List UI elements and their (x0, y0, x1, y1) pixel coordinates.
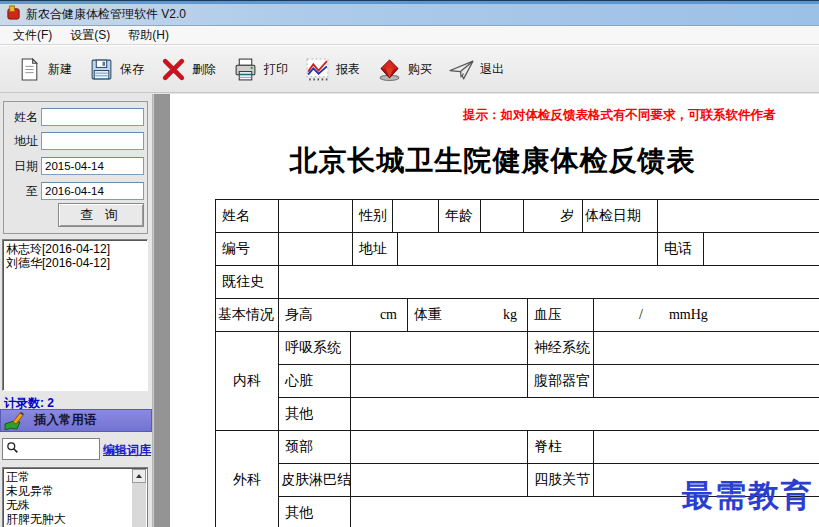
query-panel: 姓名 地址 日期 至 查 询 (3, 101, 148, 234)
name-input[interactable] (41, 108, 144, 126)
field-phone-label: 电话 (658, 233, 704, 266)
field-age-value[interactable] (481, 200, 524, 233)
field-limbs-label: 四肢关节 (528, 464, 594, 497)
new-button-label: 新建 (48, 61, 72, 78)
date-from-row: 日期 (8, 157, 144, 175)
patient-list-item[interactable]: 刘德华[2016-04-12] (6, 256, 144, 270)
phrase-list-scrollbar[interactable] (132, 469, 146, 527)
insert-phrase-label: 插入常用语 (34, 412, 97, 429)
field-surgical-other-label: 其他 (279, 497, 351, 527)
field-phone-value[interactable] (704, 233, 819, 266)
phrase-search-box[interactable] (2, 438, 100, 460)
phrase-search-input[interactable] (22, 442, 94, 456)
date-to-input[interactable] (41, 182, 144, 200)
field-age-label: 年龄 (439, 200, 481, 233)
date-label: 日期 (8, 158, 38, 175)
save-floppy-icon (88, 56, 115, 83)
table-row: 颈部 脊柱 (279, 431, 819, 464)
report-preview: 提示：如对体检反馈表格式有不同要求，可联系软件作者 北京长城卫生院健康体检反馈表… (170, 94, 819, 527)
buy-button[interactable]: 购买 (368, 51, 440, 88)
menu-settings[interactable]: 设置(S) (61, 25, 119, 46)
field-history-value[interactable] (279, 266, 819, 299)
report-button-label: 报表 (336, 61, 360, 78)
field-spine-label: 脊柱 (528, 431, 594, 464)
table-row-contact: 编号 地址 电话 (216, 233, 819, 266)
field-nervous-value[interactable] (594, 332, 819, 365)
menu-help[interactable]: 帮助(H) (119, 25, 178, 46)
pencil-book-icon (4, 412, 26, 430)
field-id-label: 编号 (216, 233, 279, 266)
new-doc-icon (16, 56, 43, 83)
field-basic-label: 基本情况 (216, 299, 279, 332)
field-weight-cell[interactable]: 体重 kg (408, 299, 528, 332)
field-height-label: 身高 (285, 299, 313, 331)
insert-phrase-button[interactable]: 插入常用语 (0, 409, 152, 432)
field-history-label: 既往史 (216, 266, 279, 299)
field-abdomen-label: 腹部器官 (528, 365, 594, 398)
save-button[interactable]: 保存 (80, 51, 152, 88)
exit-button[interactable]: 退出 (440, 51, 512, 88)
field-address-value[interactable] (398, 233, 658, 266)
field-spine-value[interactable] (594, 431, 819, 464)
new-button[interactable]: 新建 (8, 51, 80, 88)
edit-dictionary-link[interactable]: 编辑词库 (103, 442, 151, 459)
delete-button[interactable]: 删除 (152, 51, 224, 88)
field-neck-label: 颈部 (279, 431, 351, 464)
toolbar: 新建 保存 删除 打印 报表 (0, 45, 819, 93)
field-bp-unit: mmHg (669, 299, 708, 331)
name-label: 姓名 (8, 109, 38, 126)
address-label: 地址 (8, 133, 38, 150)
address-row: 地址 (8, 132, 144, 150)
field-bp-label: 血压 (528, 299, 594, 332)
field-respiratory-value[interactable] (351, 332, 528, 365)
print-button[interactable]: 打印 (224, 51, 296, 88)
save-button-label: 保存 (120, 61, 144, 78)
query-button[interactable]: 查 询 (58, 203, 144, 227)
menubar: 文件(F) 设置(S) 帮助(H) (0, 26, 819, 45)
field-respiratory-label: 呼吸系统 (279, 332, 351, 365)
print-button-label: 打印 (264, 61, 288, 78)
report-title: 北京长城卫生院健康体检反馈表 (170, 142, 815, 180)
field-height-cell[interactable]: 身高 cm (279, 299, 408, 332)
report-button[interactable]: 报表 (296, 51, 368, 88)
patient-list-item[interactable]: 林志玲[2016-04-12] (6, 242, 144, 256)
field-internal-other-value[interactable] (351, 398, 819, 431)
field-weight-unit: kg (503, 299, 517, 331)
table-row: 其他 (279, 398, 819, 431)
table-row: 呼吸系统 神经系统 (279, 332, 819, 365)
field-gender-value[interactable] (393, 200, 439, 233)
field-neck-value[interactable] (351, 431, 528, 464)
to-label: 至 (8, 183, 38, 200)
app-window: 新农合健康体检管理软件 V2.0 文件(F) 设置(S) 帮助(H) 新建 保存… (0, 0, 819, 527)
field-skin-lymph-label: 皮肤淋巴结 (279, 464, 351, 497)
buy-button-label: 购买 (408, 61, 432, 78)
field-nervous-label: 神经系统 (528, 332, 594, 365)
sidebar: 姓名 地址 日期 至 查 询 林志玲[2016-04-12] (0, 94, 153, 527)
field-id-value[interactable] (279, 233, 353, 266)
field-name-value[interactable] (279, 200, 353, 233)
field-skin-lymph-value[interactable] (351, 464, 528, 497)
field-exam-date-value[interactable] (658, 200, 819, 233)
splitter-bar[interactable] (153, 94, 170, 527)
delete-button-label: 删除 (192, 61, 216, 78)
surgical-group-label: 外科 (216, 431, 279, 527)
printer-icon (232, 56, 259, 83)
menu-file[interactable]: 文件(F) (4, 25, 61, 46)
exit-button-label: 退出 (480, 61, 504, 78)
field-heart-value[interactable] (351, 365, 528, 398)
buy-gem-icon (376, 56, 403, 83)
address-input[interactable] (41, 132, 144, 150)
date-from-input[interactable] (41, 157, 144, 175)
table-row: 心脏 腹部器官 (279, 365, 819, 398)
field-abdomen-value[interactable] (594, 365, 819, 398)
field-gender-label: 性别 (353, 200, 393, 233)
phrase-item[interactable]: 无殊 (6, 498, 131, 512)
phrase-item[interactable]: 未见异常 (6, 484, 131, 498)
phrase-item[interactable]: 正常 (6, 470, 131, 484)
phrase-item[interactable]: 肝脾无肿大 (6, 512, 131, 526)
field-height-unit: cm (380, 299, 397, 331)
titlebar: 新农合健康体检管理软件 V2.0 (0, 4, 819, 26)
scroll-up-button[interactable] (132, 469, 146, 483)
field-bp-value[interactable]: / mmHg (594, 299, 819, 332)
field-heart-label: 心脏 (279, 365, 351, 398)
